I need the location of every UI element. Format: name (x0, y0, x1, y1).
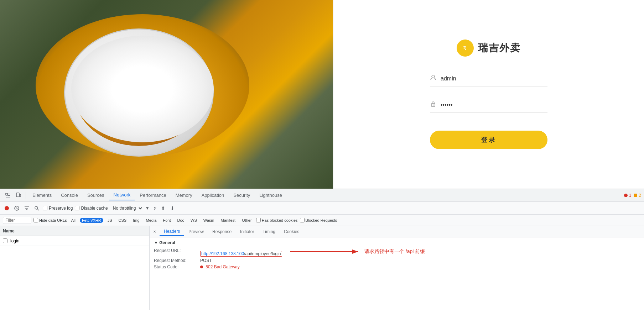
detail-tab-cookies[interactable]: Cookies (280, 228, 303, 236)
filter-fetch-xhr[interactable]: Fetch/XHR (80, 218, 103, 223)
request-url-label: Request URL: (154, 248, 200, 257)
tab-divider (26, 192, 26, 199)
detail-close-btn[interactable]: × (151, 228, 158, 235)
svg-point-15 (154, 209, 155, 210)
svg-line-14 (37, 209, 39, 210)
disable-cache-checkbox[interactable] (75, 206, 79, 210)
filter-icon-btn[interactable] (23, 204, 31, 212)
svg-point-10 (5, 206, 9, 210)
tab-application[interactable]: Application (197, 190, 229, 200)
devtools-tab-bar: Elements Console Sources Network Perform… (0, 189, 644, 202)
svg-point-2 (432, 75, 435, 78)
filter-font[interactable]: Font (161, 218, 173, 223)
tab-elements[interactable]: Elements (28, 190, 56, 200)
filter-manifest[interactable]: Manifest (219, 218, 238, 223)
detail-tab-initiator[interactable]: Initiator (236, 228, 258, 236)
food-image-area (0, 0, 333, 189)
password-field: •••••• (430, 97, 547, 113)
detail-tab-timing[interactable]: Timing (258, 228, 280, 236)
status-dot-icon (200, 266, 203, 268)
svg-rect-6 (16, 193, 19, 197)
filter-ws[interactable]: WS (188, 218, 199, 223)
annotation-arrow-svg (290, 248, 362, 255)
request-method-value: POST (200, 258, 640, 263)
svg-point-4 (433, 105, 434, 106)
filter-bar: Hide data URLs All Fetch/XHR JS CSS Img … (0, 215, 644, 226)
warn-badge: 2 (633, 193, 641, 198)
inspect-icon-btn[interactable] (3, 190, 13, 200)
request-list-header: Name (0, 226, 149, 236)
general-section-header[interactable]: ▼ General (154, 240, 640, 245)
status-code-label: Status Code: (154, 264, 200, 269)
network-content: Name login × Headers Preview Response In… (0, 226, 644, 310)
import-icon-btn[interactable]: ⬆ (160, 205, 167, 212)
tab-security[interactable]: Security (229, 190, 254, 200)
svg-rect-5 (6, 193, 7, 195)
logo-icon: ₹ (457, 40, 474, 57)
tab-performance[interactable]: Performance (135, 190, 170, 200)
food-inner (75, 43, 203, 146)
user-icon (430, 74, 436, 83)
has-blocked-cookies-label[interactable]: Has blocked cookies (256, 218, 298, 222)
preserve-log-label[interactable]: Preserve log (43, 206, 73, 211)
devtools-panel: Elements Console Sources Network Perform… (0, 189, 644, 310)
filter-css[interactable]: CSS (116, 218, 129, 223)
svg-line-12 (16, 207, 18, 209)
filter-all[interactable]: All (69, 218, 78, 223)
row-checkbox[interactable] (3, 238, 7, 243)
bowl (64, 28, 214, 157)
filter-input[interactable] (3, 217, 31, 224)
lock-icon (430, 101, 436, 109)
detail-tab-headers[interactable]: Headers (160, 227, 184, 236)
login-button[interactable]: 登录 (430, 131, 547, 149)
tab-sources[interactable]: Sources (83, 190, 109, 200)
annotation-text: 请求路径中有一个 /api 前缀 (364, 248, 425, 255)
tab-console[interactable]: Console (57, 190, 82, 200)
preserve-log-checkbox[interactable] (43, 206, 47, 210)
detail-tab-response[interactable]: Response (208, 228, 236, 236)
filter-other[interactable]: Other (240, 218, 254, 223)
export-icon-btn[interactable]: ⬇ (169, 205, 176, 212)
svg-rect-9 (634, 194, 637, 197)
request-detail: × Headers Preview Response Initiator Tim… (150, 226, 644, 310)
has-blocked-cookies-checkbox[interactable] (256, 218, 261, 222)
filter-js[interactable]: JS (105, 218, 114, 223)
svg-point-8 (624, 194, 628, 197)
svg-text:₹: ₹ (463, 45, 466, 51)
url-base: http://192.168.138.100 (201, 251, 244, 256)
status-code-value: 502 Bad Gateway (200, 264, 640, 269)
tab-memory[interactable]: Memory (171, 190, 197, 200)
filter-media[interactable]: Media (144, 218, 159, 223)
table-row[interactable]: login (0, 236, 149, 246)
annotation-area: 请求路径中有一个 /api 前缀 (290, 248, 425, 255)
request-method-row: Request Method: POST (154, 258, 640, 263)
throttle-select[interactable]: No throttling (110, 205, 143, 212)
device-icon-btn[interactable] (14, 190, 24, 200)
food-item (91, 51, 176, 110)
search-icon-btn[interactable] (33, 204, 41, 212)
detail-content: ▼ General Request URL: http://192.168.13… (150, 237, 644, 310)
detail-tab-bar: × Headers Preview Response Initiator Tim… (150, 226, 644, 237)
tab-network[interactable]: Network (109, 190, 135, 200)
stop-button[interactable] (13, 204, 21, 212)
blocked-requests-checkbox[interactable] (300, 218, 305, 222)
food-photo (0, 0, 333, 189)
wifi-icon (152, 205, 157, 211)
filter-doc[interactable]: Doc (175, 218, 186, 223)
login-area: ₹ 瑞吉外卖 admin (333, 0, 644, 189)
hide-data-urls-checkbox[interactable] (33, 218, 38, 222)
filter-wasm[interactable]: Wasm (201, 218, 217, 223)
tab-lighthouse[interactable]: Lighthouse (255, 190, 286, 200)
request-url-row: Request URL: http://192.168.138.100/api/… (154, 248, 640, 257)
throttle-arrow-icon: ▼ (145, 206, 150, 211)
record-button[interactable] (3, 204, 11, 212)
browser-page: ₹ 瑞吉外卖 admin (0, 0, 644, 189)
disable-cache-label[interactable]: Disable cache (75, 206, 108, 211)
hide-data-urls-label[interactable]: Hide data URLs (33, 218, 67, 222)
detail-tab-preview[interactable]: Preview (184, 228, 208, 236)
blocked-requests-label[interactable]: Blocked Requests (300, 218, 337, 222)
filter-img[interactable]: Img (131, 218, 141, 223)
url-path: /api/employee/login (244, 251, 281, 256)
svg-point-13 (35, 206, 38, 209)
logo-text: 瑞吉外卖 (478, 41, 521, 55)
